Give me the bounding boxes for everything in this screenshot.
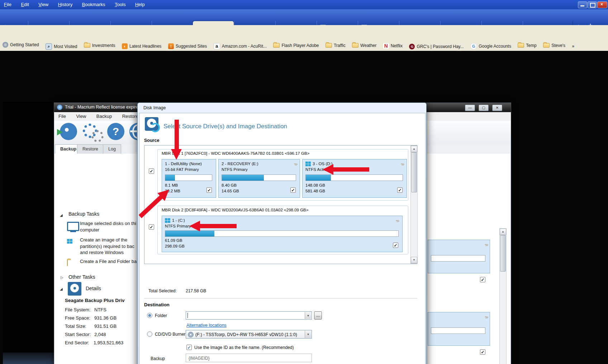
annotation-arrow-ntfs-primary <box>189 221 237 231</box>
bookmark-flash-player[interactable]: Flash Player Adobe <box>271 40 321 48</box>
menu-edit[interactable]: Edit <box>17 0 33 7</box>
use-imageid-label[interactable]: Use the Image ID as the file name. (Reco… <box>194 345 294 350</box>
detail-label: Total Size: <box>65 324 86 329</box>
bookmark-getting-started[interactable]: Getting Started <box>0 39 42 48</box>
macrium-menu-view[interactable]: View <box>72 112 90 119</box>
other-tasks-header[interactable]: Other Tasks <box>68 274 95 280</box>
bookmark-grc[interactable]: GGRC's | Password Hay... <box>407 40 466 49</box>
total-selected-label: Total Selected: <box>148 288 177 293</box>
bookmarks-overflow-icon[interactable]: » <box>570 40 577 49</box>
partition-name: 1 - DellUtility (None) <box>165 162 202 166</box>
minimize-icon <box>580 5 584 6</box>
bookmark-suggested-sites[interactable]: !Suggested Sites <box>166 40 209 49</box>
details-header[interactable]: Details <box>86 286 101 291</box>
folder-radio-label[interactable]: Folder <box>155 313 167 318</box>
bookmarks-bar: Getting Started ⌕Most Visited Investment… <box>0 39 608 51</box>
source-scrollbar[interactable]: ▲ ▼ <box>410 145 418 264</box>
disk2-checkbox[interactable]: ✓ <box>149 224 154 230</box>
macrium-maximize-button[interactable]: ▢ <box>479 105 489 111</box>
detail-label: File System: <box>65 307 91 312</box>
detail-label: End Sector: <box>65 340 89 345</box>
folder-path-input[interactable]: ▾ <box>186 311 312 320</box>
dialog-titlebar[interactable]: Disk Image <box>138 103 426 113</box>
total-selected-value: 217.58 GB <box>186 288 206 293</box>
bg-checkbox[interactable]: ✓ <box>480 277 485 282</box>
bookmark-netflix[interactable]: NNetflix <box>381 40 405 49</box>
scroll-thumb[interactable] <box>411 152 417 192</box>
bookmark-weather[interactable]: Weather <box>350 40 379 48</box>
cd-dropdown-icon[interactable]: ▾ <box>305 331 311 338</box>
folder-radio[interactable] <box>147 313 152 318</box>
menu-view[interactable]: View <box>34 0 52 7</box>
netflix-icon: N <box>383 43 389 49</box>
partition-used: 8.1 MB <box>165 183 178 187</box>
settings-gear2-icon <box>91 130 104 142</box>
disk1-checkbox[interactable]: ✓ <box>149 168 154 174</box>
bg-checkbox[interactable]: ✓ <box>480 349 485 355</box>
create-image-icon[interactable] <box>60 123 77 140</box>
partition-size: 14.65 GB <box>222 189 239 193</box>
collapsed-triangle-icon[interactable]: ▷ <box>61 276 63 279</box>
maximize-button[interactable] <box>588 1 597 8</box>
backup-tasks-header[interactable]: Backup Tasks <box>68 211 99 217</box>
bookmark-steves[interactable]: Steve's <box>541 40 568 48</box>
scroll-down-icon[interactable]: ▼ <box>411 257 417 263</box>
macrium-menu-file[interactable]: File <box>54 112 70 119</box>
folder-icon <box>352 43 358 48</box>
scroll-thumb[interactable] <box>500 235 506 272</box>
browse-button[interactable]: ... <box>314 311 322 320</box>
task-image-disks[interactable]: Image selected disks on thi computer <box>80 220 137 233</box>
runner-icon: ᐧᐧ» <box>395 217 399 224</box>
menu-history[interactable]: History <box>54 0 76 7</box>
folder-icon <box>326 43 332 48</box>
partition-checkbox[interactable]: ✓ <box>206 187 212 193</box>
computer-monitor-icon <box>67 222 79 231</box>
macrium-close-button[interactable]: ✕ <box>492 105 502 111</box>
macrium-menu-backup[interactable]: Backup <box>92 112 116 119</box>
detail-value: 931.51 GB <box>94 324 117 329</box>
file-folder-backup-icon <box>67 259 68 266</box>
cd-dvd-radio-label[interactable]: CD/DVD Burner <box>155 332 185 337</box>
partition-usage-bar <box>165 231 214 236</box>
bookmark-traffic[interactable]: Traffic <box>323 40 348 48</box>
minimize-button[interactable] <box>578 1 587 8</box>
disk2-header: MBR Disk 2 [DC8F49FA] - WDC WD3200AVJS-6… <box>162 208 309 212</box>
bg-scrollbar[interactable]: ▲ ▼ <box>499 228 507 364</box>
use-imageid-checkbox[interactable]: ✓ <box>186 345 192 350</box>
menu-bookmarks[interactable]: Bookmarks <box>78 0 109 7</box>
task-file-folder-backup[interactable]: Create a File and Folder ba <box>80 258 141 265</box>
partition-checkbox[interactable]: ✓ <box>397 187 403 193</box>
help-icon[interactable]: ? <box>107 123 124 140</box>
bookmark-amazon[interactable]: aAmazon.com - AcuRit... <box>211 40 269 49</box>
macrium-minimize-button[interactable]: — <box>465 105 475 111</box>
scroll-up-icon[interactable]: ▲ <box>411 146 417 152</box>
partition-checkbox[interactable]: ✓ <box>393 243 398 248</box>
cd-dvd-radio[interactable] <box>147 331 152 337</box>
expanded-triangle-icon[interactable]: ◢ <box>60 287 63 291</box>
folder-dropdown-icon[interactable]: ▾ <box>305 312 311 319</box>
runner-icon: ᐧᐧ» <box>484 314 488 320</box>
bookmark-investments[interactable]: Investments <box>81 40 118 48</box>
google-g-icon: G <box>470 43 477 49</box>
navigation-bar: ← i https://www.askwoody.com/wp-content/… <box>0 25 608 39</box>
partition-card-recovery[interactable]: 2 - RECOVERY (E:) ᐧᐧ» NTFS Primary 8.40 … <box>218 159 300 198</box>
scroll-up-icon[interactable]: ▲ <box>500 229 506 235</box>
bookmark-google-accounts[interactable]: GGoogle Accounts <box>468 40 514 49</box>
menu-tools[interactable]: Tools <box>111 0 129 7</box>
macrium-tab-log[interactable]: Log <box>103 144 121 154</box>
partition-usage-bar <box>306 175 331 181</box>
expanded-triangle-icon[interactable]: ◢ <box>60 213 63 217</box>
alternative-locations-link[interactable]: Alternative locations <box>186 323 227 328</box>
cd-dvd-select[interactable]: (F:) - TSSTcorp, DVD+-RW TS-H653F vDW10 … <box>186 330 312 339</box>
bookmark-temp[interactable]: Temp <box>515 40 539 48</box>
menu-file[interactable]: File <box>0 0 15 7</box>
bookmark-latest-headlines[interactable]: ◗Latest Headlines <box>119 40 164 49</box>
bookmark-most-visited[interactable]: ⌕Most Visited <box>43 40 80 50</box>
backup-name-input[interactable]: {IMAGEID} <box>186 354 312 362</box>
partition-used: 8.40 GB <box>222 183 237 187</box>
task-image-windows-partitions[interactable]: Create an image of the partition(s) requ… <box>80 237 141 256</box>
partition-checkbox[interactable]: ✓ <box>290 187 296 193</box>
macrium-tab-restore[interactable]: Restore <box>77 144 104 154</box>
close-button[interactable]: × <box>597 1 607 8</box>
menu-help[interactable]: Help <box>131 0 149 7</box>
